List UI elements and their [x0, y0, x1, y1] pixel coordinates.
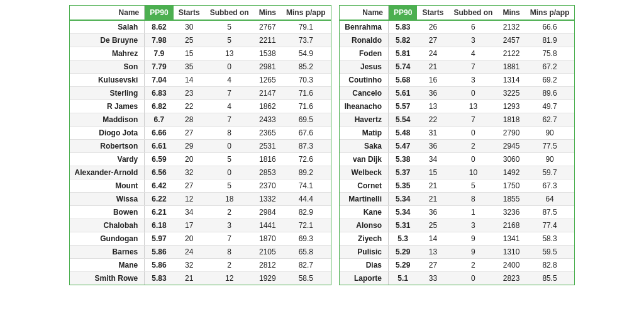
player-name: Welbeck [340, 166, 389, 179]
stat-value: 13 [448, 100, 497, 113]
right-col-subbed: Subbed on [448, 6, 497, 20]
left-table-body: Salah8.62305276779.1De Bruyne7.982552211… [70, 20, 331, 285]
player-name: Robertson [70, 140, 145, 153]
table-row: Chalobah6.18173144172.1 [70, 219, 331, 232]
stat-value: 21 [417, 60, 448, 74]
stat-value: 24 [417, 47, 448, 60]
stat-value: 35 [174, 60, 205, 74]
stat-value: 1816 [254, 153, 281, 166]
stat-value: 3 [448, 34, 497, 47]
stat-value: 32 [174, 259, 205, 272]
table-row: Sterling6.83237214771.6 [70, 87, 331, 100]
right-table: Name PP90 Starts Subbed on Mins Mins p/a… [340, 6, 575, 285]
stat-value: 8 [205, 127, 254, 140]
stat-value: 20 [174, 153, 205, 166]
stat-value: 1750 [497, 179, 525, 193]
stat-value: 4 [205, 100, 254, 113]
stat-value: 12 [174, 193, 205, 206]
pp90-value: 6.82 [145, 100, 174, 113]
stat-value: 67.6 [281, 127, 331, 140]
stat-value: 15 [417, 166, 448, 179]
stat-value: 5 [205, 20, 254, 34]
player-name: Kulusevski [70, 74, 145, 87]
stat-value: 7 [448, 60, 497, 74]
table-row: Maddison6.7287243369.5 [70, 113, 331, 127]
pp90-value: 6.42 [145, 179, 174, 193]
player-name: Smith Rowe [70, 272, 145, 285]
stat-value: 5 [205, 153, 254, 166]
pp90-value: 5.31 [389, 219, 418, 232]
player-name: Jesus [340, 60, 389, 74]
stat-value: 2812 [254, 259, 281, 272]
stat-value: 6 [448, 20, 497, 34]
table-row: Coutinho5.68163131469.2 [340, 74, 575, 87]
stat-value: 34 [174, 206, 205, 219]
stat-value: 17 [174, 219, 205, 232]
stat-value: 26 [417, 20, 448, 34]
table-row: Ziyech5.3149134158.3 [340, 232, 575, 246]
table-row: Robertson6.61290253187.3 [70, 140, 331, 153]
stat-value: 67.3 [525, 179, 575, 193]
pp90-value: 7.04 [145, 74, 174, 87]
pp90-value: 6.18 [145, 219, 174, 232]
stat-value: 7 [205, 87, 254, 100]
table-row: Barnes5.86248210565.8 [70, 246, 331, 259]
pp90-value: 5.81 [389, 47, 418, 60]
stat-value: 2365 [254, 127, 281, 140]
stat-value: 49.7 [525, 100, 575, 113]
stat-value: 2 [448, 259, 497, 272]
stat-value: 36 [417, 140, 448, 153]
right-col-name: Name [340, 6, 389, 20]
stat-value: 27 [417, 34, 448, 47]
stat-value: 89.6 [525, 87, 575, 100]
player-name: Pulisic [340, 246, 389, 259]
stat-value: 3 [448, 74, 497, 87]
player-name: Mahrez [70, 47, 145, 60]
stat-value: 2457 [497, 34, 525, 47]
table-row: Saka5.47362294577.5 [340, 140, 575, 153]
stat-value: 12 [205, 272, 254, 285]
table-row: Kane5.34361323687.5 [340, 206, 575, 219]
right-col-starts: Starts [417, 6, 448, 20]
player-name: Salah [70, 20, 145, 34]
player-name: Cornet [340, 179, 389, 193]
stat-value: 0 [205, 140, 254, 153]
left-col-name: Name [70, 6, 145, 20]
stat-value: 54.9 [281, 47, 331, 60]
stat-value: 65.8 [281, 246, 331, 259]
pp90-value: 6.83 [145, 87, 174, 100]
stat-value: 72.1 [281, 219, 331, 232]
player-name: Havertz [340, 113, 389, 127]
stat-value: 82.9 [281, 206, 331, 219]
stat-value: 1862 [254, 100, 281, 113]
table-row: Dias5.29272240082.8 [340, 259, 575, 272]
stat-value: 58.3 [525, 232, 575, 246]
stat-value: 2168 [497, 219, 525, 232]
stat-value: 59.7 [525, 166, 575, 179]
left-table: Name PP90 Starts Subbed on Mins Mins p/a… [70, 6, 331, 285]
stat-value: 1265 [254, 74, 281, 87]
stat-value: 71.6 [281, 100, 331, 113]
stat-value: 73.7 [281, 34, 331, 47]
table-row: Son7.79350298185.2 [70, 60, 331, 74]
stat-value: 1492 [497, 166, 525, 179]
stat-value: 85.2 [281, 60, 331, 74]
left-col-mins: Mins [254, 6, 281, 20]
pp90-value: 5.1 [389, 272, 418, 285]
pp90-value: 6.7 [145, 113, 174, 127]
stat-value: 1314 [497, 74, 525, 87]
pp90-value: 5.48 [389, 127, 418, 140]
pp90-value: 8.62 [145, 20, 174, 34]
stat-value: 18 [205, 193, 254, 206]
player-name: Ronaldo [340, 34, 389, 47]
stat-value: 69.2 [525, 74, 575, 87]
pp90-value: 6.59 [145, 153, 174, 166]
player-name: Alexander-Arnold [70, 166, 145, 179]
player-name: Cancelo [340, 87, 389, 100]
stat-value: 2 [205, 206, 254, 219]
stat-value: 4 [205, 74, 254, 87]
stat-value: 79.1 [281, 20, 331, 34]
pp90-value: 6.21 [145, 206, 174, 219]
table-row: Ronaldo5.82273245781.9 [340, 34, 575, 47]
player-name: Laporte [340, 272, 389, 285]
